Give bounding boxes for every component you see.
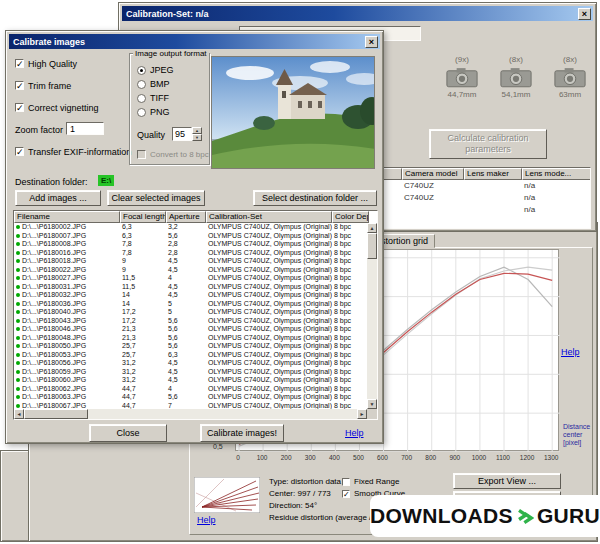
checkbox-box-icon[interactable]: ✓ [15,59,24,68]
file-row[interactable]: D:\...\P6180016.JPG7,82,8OLYMPUS C740UZ,… [14,249,367,258]
hardware-cell: n/a [522,180,591,192]
help-link-grid[interactable]: Help [561,347,580,357]
file-row[interactable]: D:\...\P6180002.JPG6,33,2OLYMPUS C740UZ,… [14,223,367,232]
calculate-calibration-button[interactable]: Calculate calibration parameters [429,129,547,159]
add-images-button[interactable]: Add images ... [15,190,101,206]
radio-bmp[interactable]: BMP [137,77,174,91]
camera-item: (8x)54,1mm [491,55,541,99]
radio-circle-icon[interactable] [137,108,146,117]
column-header[interactable]: Color Depth [332,211,369,223]
hardware-cell: n/a [522,204,591,216]
file-row[interactable]: D:\...\P6180018.JPG94,5OLYMPUS C740UZ, O… [14,257,367,266]
hardware-cell: n/a [522,192,591,204]
file-cell: 9 [120,257,166,266]
dialog-titlebar[interactable]: Calibrate images × [9,34,380,49]
file-row[interactable]: D:\...\P6180031.JPG11,54,5OLYMPUS C740UZ… [14,283,367,292]
column-header[interactable]: Camera model [402,168,464,180]
file-row[interactable]: D:\...\P6180053.JPG25,76,3OLYMPUS C740UZ… [14,351,367,360]
column-header[interactable]: Filename [14,211,120,223]
scrollbar-thumb[interactable] [24,409,88,419]
scroll-right-icon[interactable]: ► [357,409,367,419]
scroll-left-icon[interactable]: ◄ [14,409,24,419]
file-row[interactable]: D:\...\P6180022.JPG94,5OLYMPUS C740UZ, O… [14,266,367,275]
file-row[interactable]: D:\...\P6180036.JPG145OLYMPUS C740UZ, Ol… [14,300,367,309]
file-cell: OLYMPUS C740UZ, Olympus (Original), HQ [206,249,332,258]
calibrate-images-button[interactable]: Calibrate images! [200,424,284,442]
file-cell: 5,6 [166,232,206,241]
file-row[interactable]: D:\...\P6180040.JPG17,25OLYMPUS C740UZ, … [14,308,367,317]
close-icon[interactable]: × [578,8,591,20]
column-header[interactable]: Focal length [120,211,166,223]
checkbox-box-icon[interactable]: ✓ [342,490,350,498]
quality-spinner[interactable]: 95 ▲ ▼ [172,127,202,141]
file-row[interactable]: D:\...\P6180043.JPG17,25,6OLYMPUS C740UZ… [14,317,367,326]
file-row[interactable]: D:\...\P6180032.JPG144,5OLYMPUS C740UZ, … [14,291,367,300]
file-row[interactable]: D:\...\P6180060.JPG31,24,5OLYMPUS C740UZ… [14,376,367,385]
scroll-up-icon[interactable]: ▲ [367,223,377,233]
convert-8bpc-checkbox[interactable]: Convert to 8 bpc [137,149,209,160]
select-destination-button[interactable]: Select destination folder ... [253,190,377,206]
file-cell: 5,6 [166,393,206,402]
hardware-row[interactable]: n/a [354,204,590,216]
calibration-titlebar[interactable]: Calibration-Set: n/a × [122,6,593,21]
hardware-row[interactable]: ...PTI...C740UZn/a [354,180,590,192]
horizontal-scrollbar[interactable]: ◄ ► [14,409,367,419]
help-link-dialog[interactable]: Help [345,428,364,438]
vertical-scrollbar[interactable]: ▲ ▼ [367,223,377,409]
column-header[interactable]: Calibration-Set [206,211,332,223]
close-icon[interactable]: × [365,36,378,48]
fixed-range-checkbox[interactable]: Fixed Range [342,476,399,487]
checkbox-box-icon[interactable] [342,478,350,486]
radio-jpeg[interactable]: JPEG [137,63,174,77]
close-button[interactable]: Close [89,424,167,442]
file-row[interactable]: D:\...\P6180063.JPG44,75,6OLYMPUS C740UZ… [14,393,367,402]
radio-circle-icon[interactable] [137,66,146,75]
file-cell: 31,2 [120,359,166,368]
status-dot-icon [16,327,20,331]
file-row[interactable]: D:\...\P6180046.JPG21,35,6OLYMPUS C740UZ… [14,325,367,334]
radio-tiff[interactable]: TIFF [137,91,174,105]
spin-down-icon[interactable]: ▼ [192,134,202,141]
file-cell: D:\...\P6180007.JPG [14,232,120,241]
checkbox-label: Convert to 8 bpc [150,150,209,159]
radio-png[interactable]: PNG [137,105,174,119]
radio-circle-icon[interactable] [137,80,146,89]
checkbox-box-icon[interactable]: ✓ [15,81,24,90]
file-row[interactable]: D:\...\P6180059.JPG31,24,5OLYMPUS C740UZ… [14,368,367,377]
file-row[interactable]: D:\...\P6180008.JPG7,82,8OLYMPUS C740UZ,… [14,240,367,249]
file-cell: 9 [120,266,166,275]
clear-selected-button[interactable]: Clear selected images [107,190,205,206]
hardware-row[interactable]: ...PTI...C740UZn/a [354,192,590,204]
file-row[interactable]: D:\...\P6180067.JPG44,77OLYMPUS C740UZ, … [14,402,367,410]
checkbox-box-icon[interactable]: ✓ [15,147,24,156]
file-row[interactable]: D:\...\P6180048.JPG21,35,6OLYMPUS C740UZ… [14,334,367,343]
high-quality-checkbox[interactable]: ✓ High Quality [15,58,77,69]
trim-frame-checkbox[interactable]: ✓ Trim frame [15,80,71,91]
status-dot-icon [16,285,20,289]
scrollbar-thumb[interactable] [367,233,377,259]
file-row[interactable]: D:\...\P6180050.JPG25,75,6OLYMPUS C740UZ… [14,342,367,351]
file-cell: OLYMPUS C740UZ, Olympus (Original), HQ [206,342,332,351]
file-row[interactable]: D:\...\P6180027.JPG11,54OLYMPUS C740UZ, … [14,274,367,283]
file-cell: OLYMPUS C740UZ, Olympus (Original), HQ [206,359,332,368]
column-header[interactable]: Lens mode... [522,168,590,180]
radio-circle-icon[interactable] [137,94,146,103]
x-tick-label: 1100 [491,454,515,461]
correct-vignetting-checkbox[interactable]: ✓ Correct vignetting [15,102,99,113]
zoom-factor-input[interactable]: 1 [66,122,104,135]
checkbox-box-icon[interactable] [137,150,146,159]
export-view-button[interactable]: Export View ... [453,473,561,489]
column-header[interactable]: Aperture [166,211,206,223]
file-cell: 44,7 [120,393,166,402]
file-row[interactable]: D:\...\P6180062.JPG44,74OLYMPUS C740UZ, … [14,385,367,394]
spin-up-icon[interactable]: ▲ [192,127,202,134]
scroll-down-icon[interactable]: ▼ [367,399,377,409]
file-row[interactable]: D:\...\P6180056.JPG31,24,5OLYMPUS C740UZ… [14,359,367,368]
column-header[interactable]: Lens maker [464,168,522,180]
file-row[interactable]: D:\...\P6180007.JPG6,35,6OLYMPUS C740UZ,… [14,232,367,241]
quality-value[interactable]: 95 [172,127,192,141]
file-cell: D:\...\P6180008.JPG [14,240,120,249]
transfer-exif-checkbox[interactable]: ✓ Transfer EXIF-information [15,146,131,157]
checkbox-box-icon[interactable]: ✓ [15,103,24,112]
file-cell: 8 bpc [332,317,367,326]
